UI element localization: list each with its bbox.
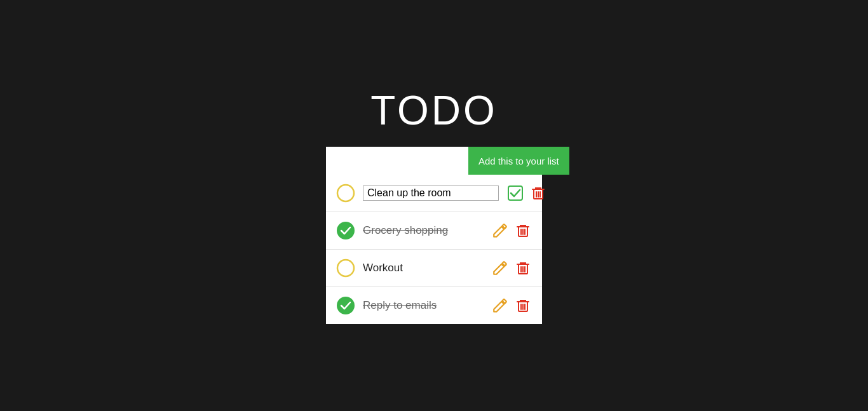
input-row: Add this to your list	[326, 147, 542, 175]
svg-point-11	[337, 260, 354, 276]
app-title: TODO	[370, 87, 498, 134]
svg-point-16	[337, 297, 354, 314]
edit-icon[interactable]	[491, 222, 509, 239]
item-actions	[491, 259, 532, 277]
todo-edit-input[interactable]	[363, 185, 499, 201]
checked-circle-icon[interactable]	[336, 221, 355, 240]
checked-circle-icon[interactable]	[336, 296, 355, 315]
todo-item: Reply to emails	[326, 287, 542, 324]
svg-point-6	[337, 222, 354, 239]
unchecked-circle-icon[interactable]	[336, 184, 355, 203]
unchecked-circle-icon[interactable]	[336, 259, 355, 278]
todo-text: Grocery shopping	[363, 224, 484, 237]
add-button[interactable]: Add this to your list	[468, 147, 569, 175]
svg-point-0	[337, 185, 354, 201]
app-container: TODO Add this to your list Grocery shopp…	[326, 87, 542, 324]
delete-icon[interactable]	[514, 259, 532, 277]
todo-item	[326, 175, 542, 212]
delete-icon[interactable]	[529, 184, 547, 202]
delete-icon[interactable]	[514, 297, 532, 314]
edit-icon[interactable]	[491, 297, 509, 314]
confirm-edit-icon[interactable]	[506, 184, 524, 202]
todo-input[interactable]	[326, 147, 468, 175]
item-actions	[491, 297, 532, 314]
delete-icon[interactable]	[514, 222, 532, 239]
edit-icon[interactable]	[491, 259, 509, 277]
item-actions	[491, 222, 532, 239]
todo-item: Workout	[326, 250, 542, 287]
todo-list: Grocery shopping Workout	[326, 175, 542, 324]
todo-item: Grocery shopping	[326, 212, 542, 250]
todo-text: Workout	[363, 262, 484, 274]
item-actions	[506, 184, 547, 202]
todo-text: Reply to emails	[363, 299, 484, 312]
